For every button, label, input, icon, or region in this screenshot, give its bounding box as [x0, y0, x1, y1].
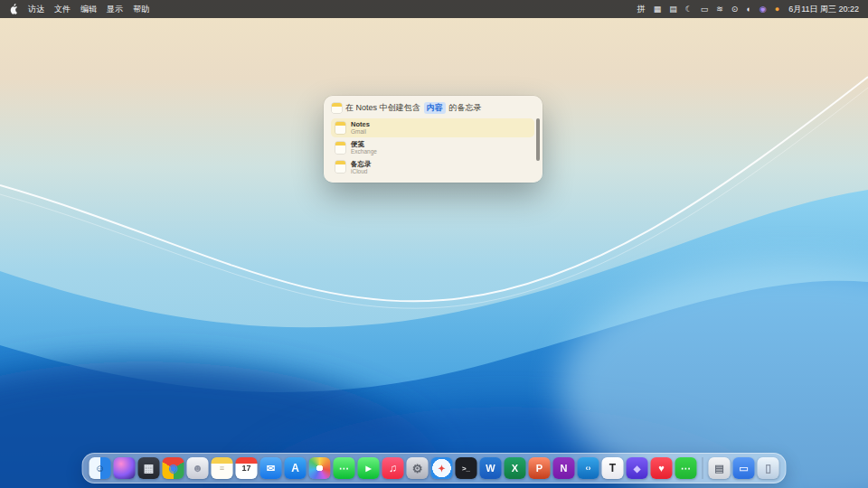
note-icon: [335, 142, 345, 154]
wechat-icon[interactable]: ⋯: [675, 457, 697, 479]
note-icon: [335, 161, 345, 173]
dock-others: ▤▭▯: [709, 457, 779, 479]
powerpoint-icon[interactable]: P: [529, 457, 551, 479]
note-icon: [335, 122, 345, 134]
notes-icon[interactable]: ≡: [212, 457, 233, 479]
messages-icon[interactable]: ⋯: [334, 457, 355, 479]
textedit-icon[interactable]: T: [602, 457, 624, 479]
account-row-notes[interactable]: Notes Gmail: [331, 118, 534, 137]
dock: ☺▦◉☻≡17✉A⋯▶♫⚙✦>_WXPN‹›T◆♥⋯ ▤▭▯: [82, 453, 787, 483]
contacts-icon[interactable]: ☻: [187, 457, 209, 479]
scrollbar[interactable]: [536, 118, 540, 161]
mail-icon[interactable]: ✉: [260, 457, 282, 479]
popup-title-prefix: 在 Notes 中创建包含: [345, 102, 420, 114]
shortcuts-popover: 在 Notes 中创建包含 内容 的备忘录 Notes Gmail 便笺: [324, 96, 542, 183]
list-item-text: Notes Gmail: [351, 120, 370, 136]
recording-indicator-icon[interactable]: ●: [775, 0, 779, 18]
screen-sharing-icon[interactable]: ▭: [733, 457, 755, 479]
apple-menu[interactable]: [9, 4, 18, 14]
list-item-title: Notes: [351, 120, 370, 128]
app-menu-finder[interactable]: 访达: [28, 0, 44, 18]
popup-title-suffix: 的备忘录: [449, 102, 482, 114]
excel-icon[interactable]: X: [505, 457, 526, 479]
siri-icon[interactable]: [114, 457, 136, 479]
calendar-icon[interactable]: 17: [236, 457, 258, 479]
onenote-icon[interactable]: N: [553, 457, 575, 479]
list-item-subtitle: iCloud: [351, 168, 372, 175]
status-icons: 拼▦▤☾▭≋⊙◐◉●: [637, 0, 779, 18]
display-icon[interactable]: ▤: [669, 0, 677, 18]
music-icon[interactable]: ♫: [382, 457, 404, 479]
menu-edit[interactable]: 编辑: [80, 0, 97, 18]
focus-icon[interactable]: ☾: [685, 0, 693, 18]
menu-file[interactable]: 文件: [54, 0, 71, 18]
menu-items: 访达文件编辑显示帮助: [28, 0, 149, 18]
word-icon[interactable]: W: [480, 457, 502, 479]
list-item-subtitle: Exchange: [351, 148, 377, 155]
desktop: 访达文件编辑显示帮助 拼▦▤☾▭≋⊙◐◉● 6月11日 周三 20:22 在 N…: [0, 0, 868, 488]
account-list: Notes Gmail 便笺 Exchange 备忘录: [331, 118, 534, 176]
obsidian-icon[interactable]: ◆: [627, 457, 648, 479]
launchpad-icon[interactable]: ▦: [138, 457, 160, 479]
photos-icon[interactable]: [309, 457, 331, 479]
trash-icon[interactable]: ▯: [758, 457, 779, 479]
content-variable-token[interactable]: 内容: [424, 102, 446, 114]
battery-icon[interactable]: ▭: [701, 0, 709, 18]
chrome-icon[interactable]: ◉: [163, 457, 184, 479]
app-store-icon[interactable]: A: [285, 457, 307, 479]
finder-icon[interactable]: ☺: [90, 457, 111, 479]
desktop-wallpaper: [0, 0, 868, 488]
heart-app-icon[interactable]: ♥: [651, 457, 673, 479]
printer-icon[interactable]: ▤: [709, 457, 731, 479]
list-item-title: 备忘录: [351, 160, 372, 168]
dock-apps: ☺▦◉☻≡17✉A⋯▶♫⚙✦>_WXPN‹›T◆♥⋯: [90, 457, 697, 479]
vscode-icon[interactable]: ‹›: [578, 457, 599, 479]
menu-bar: 访达文件编辑显示帮助 拼▦▤☾▭≋⊙◐◉● 6月11日 周三 20:22: [0, 0, 868, 18]
control-center-icon[interactable]: ◐: [746, 0, 750, 18]
menu-help[interactable]: 帮助: [133, 0, 149, 18]
popup-title: 在 Notes 中创建包含 内容 的备忘录: [331, 100, 534, 118]
siri-icon[interactable]: ◉: [760, 0, 767, 18]
account-row-memos[interactable]: 备忘录 iCloud: [331, 158, 534, 177]
list-item-title: 便笺: [351, 140, 377, 148]
terminal-icon[interactable]: >_: [456, 457, 477, 479]
list-item-text: 便笺 Exchange: [351, 140, 377, 155]
notes-action-icon: [332, 103, 342, 113]
list-item-subtitle: Gmail: [351, 128, 370, 136]
apple-logo-icon: [9, 4, 18, 14]
screen-mirroring-icon[interactable]: ▦: [654, 0, 662, 18]
search-icon[interactable]: ⊙: [731, 0, 739, 18]
safari-icon[interactable]: ✦: [431, 457, 453, 479]
menu-bar-clock[interactable]: 6月11日 周三 20:22: [788, 0, 859, 18]
menu-view[interactable]: 显示: [107, 0, 123, 18]
dock-divider: [703, 457, 703, 479]
facetime-icon[interactable]: ▶: [358, 457, 380, 479]
list-item-text: 备忘录 iCloud: [351, 160, 372, 175]
settings-icon[interactable]: ⚙: [407, 457, 429, 479]
account-row-stickies[interactable]: 便笺 Exchange: [331, 138, 534, 157]
wifi-icon[interactable]: ≋: [716, 0, 723, 18]
input-source-icon[interactable]: 拼: [637, 0, 646, 18]
